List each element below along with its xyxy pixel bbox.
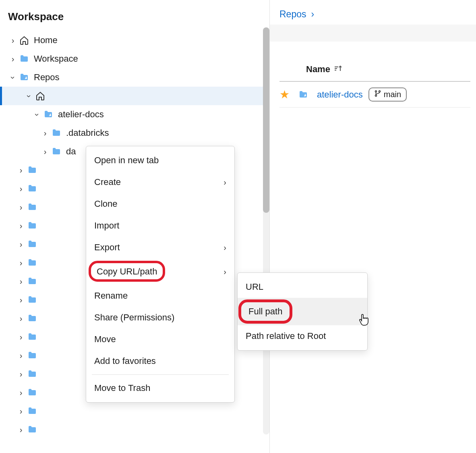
breadcrumb-link[interactable]: Repos <box>279 9 306 20</box>
breadcrumb: Repos › <box>279 9 470 20</box>
submenu-copy-url-path: URL Full path Path relative to Root <box>237 272 368 351</box>
chevron-right-icon: › <box>16 388 26 397</box>
scrollbar-thumb[interactable] <box>263 27 269 213</box>
chevron-right-icon: › <box>16 184 26 193</box>
branch-label: main <box>384 90 401 99</box>
submenu-full-path[interactable]: Full path <box>238 298 367 325</box>
tree-label: .databricks <box>66 128 109 138</box>
folder-icon <box>27 258 38 268</box>
menu-open-new-tab[interactable]: Open in new tab <box>86 150 234 171</box>
folder-icon <box>27 314 38 323</box>
folder-icon <box>27 351 38 360</box>
chevron-right-icon: › <box>8 54 18 64</box>
highlight-annotation: Full path <box>238 299 292 324</box>
table-row[interactable]: ★ atelier-docs main <box>279 82 470 108</box>
menu-clone[interactable]: Clone <box>86 193 234 215</box>
folder-icon <box>27 332 38 342</box>
chevron-right-icon: › <box>224 178 226 187</box>
cursor-pointer-icon <box>359 314 370 329</box>
chevron-right-icon: › <box>8 36 18 45</box>
tree-item-placeholder[interactable]: › <box>0 402 269 420</box>
repo-folder-icon <box>298 90 309 100</box>
chevron-down-icon: › <box>25 91 34 101</box>
chevron-right-icon: › <box>40 147 50 156</box>
repo-folder-icon <box>43 110 54 119</box>
tree-item-databricks[interactable]: › .databricks <box>0 124 269 142</box>
chevron-right-icon: › <box>16 221 26 231</box>
menu-move-trash[interactable]: Move to Trash <box>86 377 234 399</box>
chevron-right-icon: › <box>16 166 26 175</box>
chevron-right-icon: › <box>16 203 26 212</box>
chevron-right-icon: › <box>16 277 26 286</box>
breadcrumb-bar <box>270 25 476 42</box>
star-icon[interactable]: ★ <box>279 88 290 101</box>
home-icon <box>35 91 46 101</box>
tree-item-home[interactable]: › Home <box>0 31 269 50</box>
chevron-right-icon: › <box>40 129 50 138</box>
tree-item-workspace[interactable]: › Workspace <box>0 50 269 68</box>
branch-badge[interactable]: main <box>368 87 407 102</box>
menu-import[interactable]: Import <box>86 215 234 237</box>
menu-move[interactable]: Move <box>86 328 234 350</box>
menu-divider <box>92 374 229 375</box>
menu-share[interactable]: Share (Permissions) <box>86 307 234 328</box>
folder-icon <box>19 54 30 64</box>
chevron-right-icon: › <box>311 9 314 20</box>
chevron-down-icon: › <box>33 110 42 119</box>
folder-icon <box>27 239 38 249</box>
main-panel: Repos › Name ★ atelier-docs main <box>270 0 476 453</box>
chevron-right-icon: › <box>16 295 26 305</box>
scrollbar[interactable] <box>263 27 269 434</box>
folder-icon <box>27 184 38 193</box>
tree-label: Repos <box>34 72 60 83</box>
chevron-right-icon: › <box>16 258 26 268</box>
git-branch-icon <box>374 90 381 99</box>
chevron-right-icon: › <box>16 425 26 434</box>
folder-icon <box>27 295 38 305</box>
folder-icon <box>52 147 62 156</box>
chevron-right-icon: › <box>16 370 26 379</box>
tree-label: atelier-docs <box>58 109 104 120</box>
table-header: Name <box>279 58 470 82</box>
tree-item-repos[interactable]: › Repos <box>0 68 269 87</box>
menu-rename[interactable]: Rename <box>86 285 234 307</box>
sidebar-title: Workspace <box>0 7 269 31</box>
chevron-right-icon: › <box>224 267 226 276</box>
folder-icon <box>27 202 38 212</box>
folder-icon <box>27 388 38 397</box>
tree-label: da <box>66 146 76 157</box>
chevron-right-icon: › <box>16 351 26 360</box>
tree-item-user-home[interactable]: › <box>0 87 269 105</box>
folder-icon <box>27 369 38 379</box>
menu-add-favorites[interactable]: Add to favorites <box>86 350 234 372</box>
chevron-down-icon: › <box>8 73 18 82</box>
folder-icon <box>52 128 62 138</box>
svg-point-3 <box>375 91 377 92</box>
column-name[interactable]: Name <box>306 64 330 75</box>
chevron-right-icon: › <box>16 407 26 416</box>
repo-name-link[interactable]: atelier-docs <box>317 89 363 100</box>
highlight-annotation: Copy URL/path <box>89 261 165 282</box>
menu-copy-url-path[interactable]: Copy URL/path › <box>86 258 234 285</box>
tree-item-atelier-docs[interactable]: › atelier-docs <box>0 105 269 124</box>
repo-folder-icon <box>19 73 30 82</box>
svg-point-5 <box>375 95 377 96</box>
submenu-url[interactable]: URL <box>238 276 367 298</box>
tree-item-placeholder[interactable]: › <box>0 420 269 439</box>
submenu-relative[interactable]: Path relative to Root <box>238 325 367 347</box>
chevron-right-icon: › <box>16 240 26 249</box>
menu-create[interactable]: Create› <box>86 171 234 193</box>
sort-icon[interactable] <box>334 65 342 74</box>
chevron-right-icon: › <box>224 243 226 252</box>
tree-label: Workspace <box>34 54 78 64</box>
tree-label: Home <box>34 35 58 46</box>
svg-point-4 <box>379 91 380 92</box>
menu-export[interactable]: Export› <box>86 237 234 258</box>
folder-icon <box>27 221 38 231</box>
context-menu: Open in new tab Create› Clone Import Exp… <box>86 146 235 403</box>
chevron-right-icon: › <box>16 332 26 342</box>
folder-icon <box>27 425 38 434</box>
chevron-right-icon: › <box>16 314 26 323</box>
folder-icon <box>27 276 38 286</box>
home-icon <box>19 35 30 45</box>
